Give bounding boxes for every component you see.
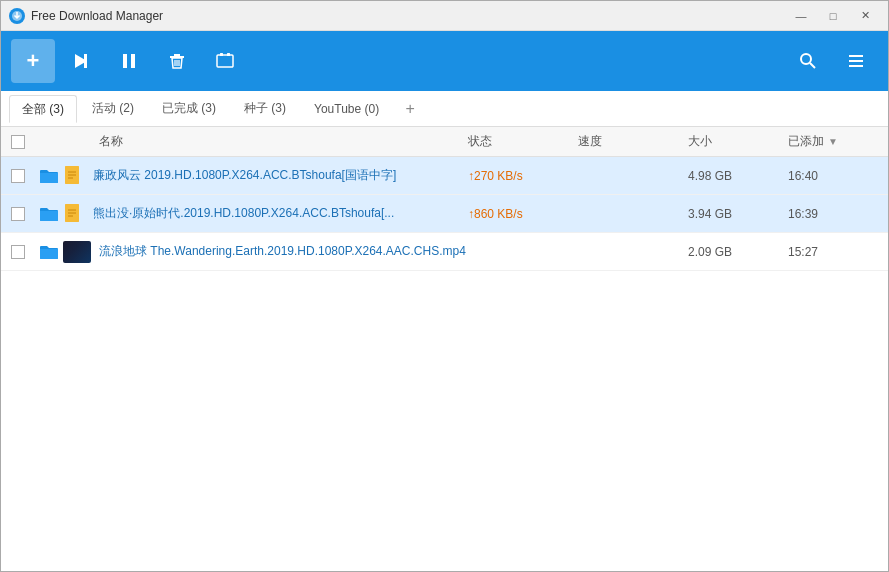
row-added-3: 15:27 bbox=[788, 245, 878, 259]
tab-completed[interactable]: 已完成 (3) bbox=[149, 95, 229, 123]
add-download-button[interactable]: + bbox=[11, 39, 55, 83]
search-button[interactable] bbox=[786, 39, 830, 83]
row-name-3: 流浪地球 The.Wandering.Earth.2019.HD.1080P.X… bbox=[99, 243, 468, 260]
row-size-3: 2.09 GB bbox=[688, 245, 788, 259]
close-button[interactable]: ✕ bbox=[850, 6, 880, 26]
row-added-2: 16:39 bbox=[788, 207, 878, 221]
row-size-1: 4.98 GB bbox=[688, 169, 788, 183]
svg-rect-6 bbox=[174, 54, 180, 56]
svg-point-13 bbox=[801, 54, 811, 64]
pause-button[interactable] bbox=[107, 39, 151, 83]
minimize-button[interactable]: — bbox=[786, 6, 816, 26]
row-checkbox-3[interactable] bbox=[11, 245, 39, 259]
table-row[interactable]: 流浪地球 The.Wandering.Earth.2019.HD.1080P.X… bbox=[1, 233, 888, 271]
window-controls: — □ ✕ bbox=[786, 6, 880, 26]
maximize-button[interactable]: □ bbox=[818, 6, 848, 26]
header-added[interactable]: 已添加 ▼ bbox=[788, 133, 878, 150]
file-thumbnail bbox=[63, 241, 91, 263]
svg-rect-10 bbox=[217, 55, 233, 67]
app-icon bbox=[9, 8, 25, 24]
tabs-bar: 全部 (3) 活动 (2) 已完成 (3) 种子 (3) YouTube (0)… bbox=[1, 91, 888, 127]
folder-icon bbox=[39, 168, 59, 184]
table-row[interactable]: 熊出没·原始时代.2019.HD.1080P.X264.ACC.BTshoufa… bbox=[1, 195, 888, 233]
svg-rect-12 bbox=[227, 53, 230, 56]
row-checkbox-1[interactable] bbox=[11, 169, 39, 183]
resume-button[interactable] bbox=[59, 39, 103, 83]
header-name[interactable]: 名称 bbox=[39, 133, 468, 150]
file-icon bbox=[63, 165, 85, 187]
header-status[interactable]: 状态 bbox=[468, 133, 578, 150]
header-speed[interactable]: 速度 bbox=[578, 133, 688, 150]
row-name-1: 廉政风云 2019.HD.1080P.X264.ACC.BTshoufa[国语中… bbox=[93, 167, 468, 184]
row-checkbox-2[interactable] bbox=[11, 207, 39, 221]
delete-button[interactable] bbox=[155, 39, 199, 83]
folder-icon bbox=[39, 244, 59, 260]
app-title: Free Download Manager bbox=[31, 9, 786, 23]
svg-line-14 bbox=[810, 63, 815, 68]
header-size[interactable]: 大小 bbox=[688, 133, 788, 150]
file-icon bbox=[63, 203, 85, 225]
sort-arrow-icon: ▼ bbox=[828, 136, 838, 147]
row-status-1: ↑270 KB/s bbox=[468, 169, 578, 183]
table-row[interactable]: 廉政风云 2019.HD.1080P.X264.ACC.BTshoufa[国语中… bbox=[1, 157, 888, 195]
table-body: 廉政风云 2019.HD.1080P.X264.ACC.BTshoufa[国语中… bbox=[1, 157, 888, 571]
tab-all[interactable]: 全部 (3) bbox=[9, 95, 77, 123]
folder-icon bbox=[39, 206, 59, 222]
row-added-1: 16:40 bbox=[788, 169, 878, 183]
header-checkbox-col bbox=[11, 135, 39, 149]
row-icons-2 bbox=[39, 203, 85, 225]
options-button[interactable] bbox=[203, 39, 247, 83]
menu-button[interactable] bbox=[834, 39, 878, 83]
toolbar: + bbox=[1, 31, 888, 91]
svg-rect-4 bbox=[131, 54, 135, 68]
svg-rect-2 bbox=[84, 54, 87, 68]
svg-rect-11 bbox=[220, 53, 223, 56]
table-header: 名称 状态 速度 大小 已添加 ▼ bbox=[1, 127, 888, 157]
row-icons-1 bbox=[39, 165, 85, 187]
tab-youtube[interactable]: YouTube (0) bbox=[301, 95, 392, 123]
svg-rect-3 bbox=[123, 54, 127, 68]
row-status-2: ↑860 KB/s bbox=[468, 207, 578, 221]
row-icons-3 bbox=[39, 241, 91, 263]
tab-torrent[interactable]: 种子 (3) bbox=[231, 95, 299, 123]
title-bar: Free Download Manager — □ ✕ bbox=[1, 1, 888, 31]
select-all-checkbox[interactable] bbox=[11, 135, 25, 149]
tab-active[interactable]: 活动 (2) bbox=[79, 95, 147, 123]
add-tab-button[interactable]: + bbox=[398, 97, 422, 121]
row-size-2: 3.94 GB bbox=[688, 207, 788, 221]
row-name-2: 熊出没·原始时代.2019.HD.1080P.X264.ACC.BTshoufa… bbox=[93, 205, 468, 222]
